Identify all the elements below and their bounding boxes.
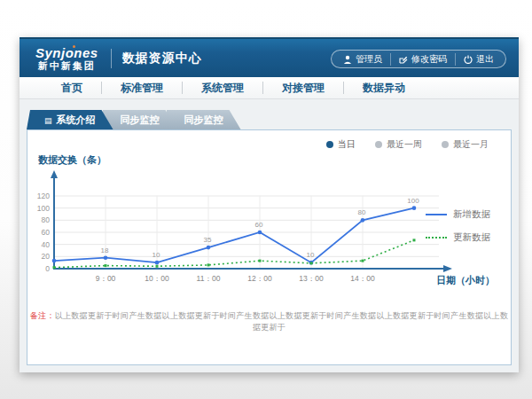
user-account-button[interactable]: 管理员 xyxy=(335,53,390,66)
nav-item-system-mgmt[interactable]: 系统管理 xyxy=(182,82,262,94)
footnote-text: 以上数据更新于时间产生数据以上数据更新于时间产生数据以上数据更新于时间产生数据以… xyxy=(55,311,509,332)
svg-text:12：00: 12：00 xyxy=(247,274,272,283)
logo-company-name: 新中新集团 xyxy=(35,61,98,71)
radio-last-month[interactable]: 最近一月 xyxy=(442,138,489,151)
x-axis-title: 日期（小时） xyxy=(436,274,495,287)
company-logo: Synjones 新中新集团 xyxy=(35,46,98,71)
tab-label: 系统介绍 xyxy=(57,114,96,125)
line-chart: 0204060801001209：0010：0011：0012：0013：001… xyxy=(35,164,469,301)
nav-item-home[interactable]: 首页 xyxy=(43,82,101,94)
radio-dot-icon xyxy=(442,141,449,148)
radio-label: 最近一月 xyxy=(453,138,489,151)
tab-label: 同步监控 xyxy=(121,114,160,125)
svg-text:80: 80 xyxy=(42,215,51,224)
chart-panel: 当日 最近一周 最近一月 数据交换（条） 0204060801001209：00… xyxy=(27,129,512,365)
chart-legend: 新增数据 更新数据 xyxy=(426,208,502,254)
user-menu: 管理员 修改密码 退出 xyxy=(331,50,506,68)
nav-item-standard-mgmt[interactable]: 标准管理 xyxy=(101,82,182,94)
change-password-button[interactable]: 修改密码 xyxy=(390,53,455,66)
svg-text:10: 10 xyxy=(153,251,160,259)
svg-text:20: 20 xyxy=(42,252,51,261)
logo-brand-text: Synjones xyxy=(35,46,98,59)
svg-text:11：00: 11：00 xyxy=(197,274,221,283)
tab-label: 同步监控 xyxy=(184,114,223,125)
svg-text:10: 10 xyxy=(307,251,315,259)
dotted-line-swatch-icon xyxy=(426,237,447,239)
content-area: ▤系统介绍 同步监控 同步监控 当日 最近一周 最近一月 数据交换（条） 020… xyxy=(20,99,519,372)
app-header: Synjones 新中新集团 数据资源中心 管理员 修改密码 xyxy=(20,37,519,77)
edit-icon xyxy=(399,55,408,64)
tab-sync-monitor-1[interactable]: 同步监控 xyxy=(103,110,177,129)
legend-label: 新增数据 xyxy=(453,208,490,221)
tab-sync-monitor-2[interactable]: 同步监控 xyxy=(167,110,241,129)
svg-text:18: 18 xyxy=(101,246,109,254)
main-navbar: 首页 标准管理 系统管理 对接管理 数据异动 xyxy=(20,77,519,99)
app-window: Synjones 新中新集团 数据资源中心 管理员 修改密码 xyxy=(20,37,519,372)
svg-text:100: 100 xyxy=(37,204,50,213)
user-label: 管理员 xyxy=(356,53,382,66)
logout-button[interactable]: 退出 xyxy=(455,53,502,66)
logout-label: 退出 xyxy=(476,53,494,66)
tab-bar: ▤系统介绍 同步监控 同步监控 xyxy=(27,110,231,129)
document-icon: ▤ xyxy=(44,116,52,125)
svg-text:35: 35 xyxy=(204,236,212,244)
chart-canvas: 0204060801001209：0010：0011：0012：0013：001… xyxy=(35,164,469,297)
radio-label: 当日 xyxy=(338,138,356,151)
svg-text:0: 0 xyxy=(45,264,50,273)
nav-item-data-change[interactable]: 数据异动 xyxy=(343,82,424,94)
legend-item-update-data: 更新数据 xyxy=(426,231,502,244)
header-divider xyxy=(111,49,112,68)
logo-accent-dot xyxy=(73,45,75,48)
legend-item-new-data: 新增数据 xyxy=(426,208,502,221)
page-title: 数据资源中心 xyxy=(122,51,202,66)
tab-system-intro[interactable]: ▤系统介绍 xyxy=(27,110,113,129)
svg-text:40: 40 xyxy=(42,240,51,249)
footnote: 备注：以上数据更新于时间产生数据以上数据更新于时间产生数据以上数据更新于时间产生… xyxy=(27,310,511,333)
time-range-filter: 当日 最近一周 最近一月 xyxy=(326,138,489,151)
svg-text:10：00: 10：00 xyxy=(145,274,169,283)
svg-text:60: 60 xyxy=(42,228,51,237)
user-icon xyxy=(343,55,352,64)
radio-label: 最近一周 xyxy=(387,138,422,151)
svg-text:9：00: 9：00 xyxy=(96,274,116,283)
svg-text:14：00: 14：00 xyxy=(350,274,375,283)
power-icon xyxy=(464,55,473,64)
svg-text:60: 60 xyxy=(255,221,263,229)
solid-line-swatch-icon xyxy=(426,214,447,215)
legend-label: 更新数据 xyxy=(453,231,490,244)
svg-text:13：00: 13：00 xyxy=(299,274,324,283)
radio-dot-icon xyxy=(326,141,333,148)
radio-today[interactable]: 当日 xyxy=(326,138,356,151)
svg-text:100: 100 xyxy=(407,197,419,205)
nav-item-integration-mgmt[interactable]: 对接管理 xyxy=(262,82,343,94)
svg-text:80: 80 xyxy=(358,208,366,216)
change-password-label: 修改密码 xyxy=(411,53,447,66)
svg-text:120: 120 xyxy=(37,192,50,200)
footnote-prefix: 备注： xyxy=(30,311,55,320)
radio-last-week[interactable]: 最近一周 xyxy=(375,138,422,151)
radio-dot-icon xyxy=(375,141,382,148)
